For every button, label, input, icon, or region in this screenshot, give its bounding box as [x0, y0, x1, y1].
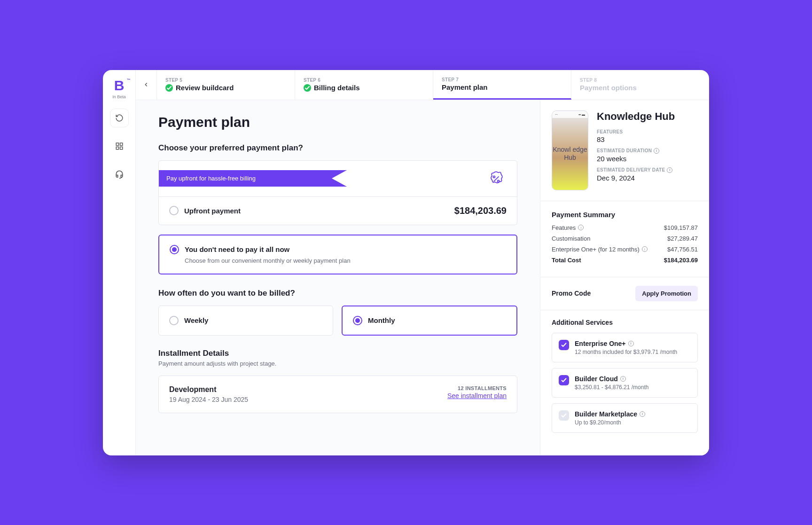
duration-value: 20 weeks [597, 155, 698, 163]
svg-rect-2 [116, 147, 118, 149]
installment-details-title: Installment Details [158, 349, 517, 358]
delivery-value: Dec 9, 2024 [597, 174, 698, 182]
duration-label: ESTIMATED DURATION i [597, 148, 698, 154]
main-area: STEP 5 Review buildcard STEP 6 Billing d… [136, 70, 709, 455]
development-installments-count: 12 INSTALLMENTS [447, 385, 507, 391]
service-checkbox[interactable] [559, 340, 569, 350]
apps-button[interactable] [110, 137, 129, 156]
support-button[interactable] [110, 165, 129, 184]
service-checkbox[interactable] [559, 375, 569, 385]
logo-beta-label: In Beta [112, 94, 126, 99]
step-label: STEP 6 [304, 78, 424, 83]
page-title: Payment plan [158, 114, 517, 130]
summary-sidebar: ···•• ▬ Knowl edge Hub Knowledge Hub FEA… [540, 100, 709, 455]
content-main: Payment plan Choose your preferred payme… [136, 100, 540, 455]
info-icon[interactable]: i [620, 376, 626, 382]
info-icon[interactable]: i [642, 246, 648, 252]
project-title: Knowledge Hub [597, 110, 698, 123]
chevron-left-icon [143, 81, 149, 88]
frequency-monthly[interactable]: Monthly [342, 306, 517, 336]
step-review-buildcard[interactable]: STEP 5 Review buildcard [157, 70, 295, 100]
payment-row-features: Features i $109,157.87 [552, 224, 698, 231]
features-label: FEATURES [597, 129, 698, 134]
svg-rect-0 [116, 143, 118, 145]
logo-letter: B ™ [112, 78, 126, 93]
step-title: Payment plan [442, 83, 562, 91]
development-title: Development [169, 385, 248, 394]
svg-point-5 [498, 180, 500, 182]
stepper-back-button[interactable] [136, 70, 157, 100]
step-title: Billing details [304, 84, 424, 92]
payment-row-enterprise: Enterprise One+ (for 12 months) i $47,75… [552, 246, 698, 253]
undo-button[interactable] [110, 109, 129, 127]
app-preview-mock: ···•• ▬ Knowl edge Hub [552, 110, 588, 190]
left-rail: B ™ In Beta [103, 70, 136, 455]
service-enterprise-one[interactable]: Enterprise One+ i 12 months included for… [552, 333, 698, 362]
payment-summary-title: Payment Summary [552, 211, 698, 219]
info-icon[interactable]: i [578, 225, 584, 230]
installment-title: You don't need to pay it all now [185, 245, 289, 253]
radio-weekly[interactable] [169, 316, 179, 325]
radio-monthly[interactable] [353, 316, 362, 325]
upfront-label: Upfront payment [184, 207, 241, 215]
check-icon [561, 342, 567, 348]
stepper: STEP 5 Review buildcard STEP 6 Billing d… [136, 70, 709, 100]
logo: B ™ In Beta [112, 78, 126, 99]
features-value: 83 [597, 135, 698, 143]
payment-row-customisation: Customisation $27,289.47 [552, 235, 698, 242]
info-icon[interactable]: i [654, 148, 659, 154]
step-label: STEP 5 [165, 78, 286, 83]
choose-plan-question: Choose your preferred payment plan? [158, 143, 517, 153]
content-row: Payment plan Choose your preferred payme… [136, 100, 709, 455]
upfront-option[interactable]: Upfront payment $184,203.69 [159, 196, 517, 225]
step-label: STEP 8 [580, 78, 701, 83]
service-builder-cloud[interactable]: Builder Cloud i $3,250.81 - $4,876.21 /m… [552, 368, 698, 398]
upfront-ribbon: Pay upfront for hassle-free billing [159, 170, 347, 187]
installment-option[interactable]: You don't need to pay it all now Choose … [158, 235, 517, 274]
undo-icon [115, 114, 124, 122]
discount-icon [486, 168, 507, 189]
info-icon[interactable]: i [640, 411, 645, 417]
info-icon[interactable]: i [667, 167, 672, 173]
upfront-price: $184,203.69 [454, 205, 507, 216]
step-billing-details[interactable]: STEP 6 Billing details [295, 70, 433, 100]
summary-header: ···•• ▬ Knowl edge Hub Knowledge Hub FEA… [540, 100, 709, 201]
promo-section: Promo Code Apply Promotion [540, 277, 709, 310]
see-installment-plan-link[interactable]: See installment plan [447, 392, 507, 400]
svg-rect-1 [120, 143, 122, 145]
additional-services: Additional Services Enterprise One+ i 12… [540, 310, 709, 447]
step-title: Payment options [580, 84, 701, 92]
info-icon[interactable]: i [628, 341, 634, 346]
additional-services-title: Additional Services [552, 319, 698, 326]
radio-upfront[interactable] [169, 206, 179, 215]
svg-rect-3 [120, 147, 122, 149]
development-date-range: 19 Aug 2024 - 23 Jun 2025 [169, 396, 248, 403]
step-payment-plan[interactable]: STEP 7 Payment plan [433, 70, 571, 100]
radio-installment[interactable] [170, 245, 179, 254]
promo-label: Promo Code [552, 290, 591, 297]
service-builder-marketplace[interactable]: Builder Marketplace i Up to $9.20/month [552, 403, 698, 433]
app-window: B ™ In Beta STEP 5 Review buildcard STEP… [103, 70, 709, 455]
upfront-card: Pay upfront for hassle-free billing Upfr… [158, 160, 517, 225]
app-preview-name: Knowl edge Hub [552, 118, 588, 190]
headset-icon [115, 170, 124, 179]
installment-details-subtitle: Payment amount adjusts with project stag… [158, 360, 517, 367]
payment-row-total: Total Cost $184,203.69 [552, 257, 698, 264]
development-installment-card: Development 19 Aug 2024 - 23 Jun 2025 12… [158, 376, 517, 413]
delivery-label: ESTIMATED DELIVERY DATE i [597, 167, 698, 173]
service-checkbox[interactable] [559, 410, 569, 421]
step-label: STEP 7 [442, 77, 562, 82]
apply-promotion-button[interactable]: Apply Promotion [635, 286, 698, 301]
payment-summary: Payment Summary Features i $109,157.87 C… [540, 201, 709, 277]
svg-line-6 [494, 176, 499, 181]
installment-subtitle: Choose from our convenient monthly or we… [185, 257, 506, 264]
grid-icon [115, 142, 124, 150]
step-title: Review buildcard [165, 84, 286, 92]
svg-point-4 [493, 176, 495, 178]
step-payment-options: STEP 8 Payment options [571, 70, 709, 100]
check-icon [561, 412, 567, 419]
frequency-weekly[interactable]: Weekly [158, 306, 333, 336]
billing-frequency-question: How often do you want to be billed? [158, 289, 517, 298]
check-icon [561, 377, 567, 384]
